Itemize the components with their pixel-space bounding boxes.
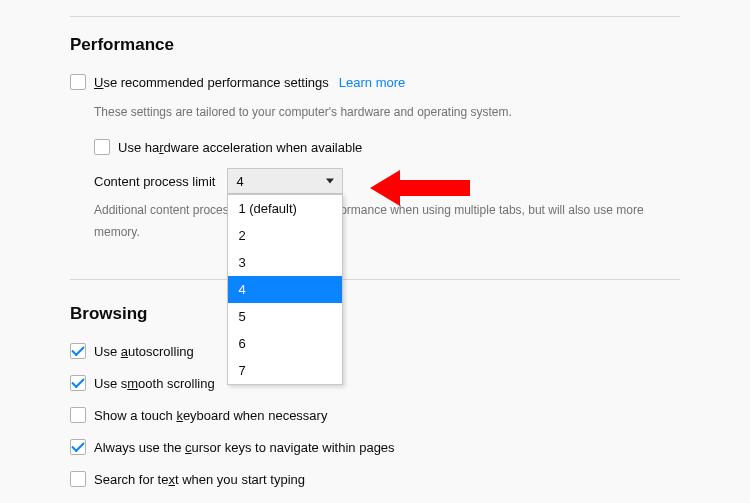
mid-divider	[70, 279, 680, 280]
red-arrow-annotation	[370, 168, 470, 208]
browsing-title: Browsing	[70, 304, 680, 324]
smooth-checkbox[interactable]	[70, 375, 86, 391]
touch-keyboard-row[interactable]: Show a touch keyboard when necessary	[70, 404, 680, 426]
caret-down-icon	[326, 179, 334, 184]
performance-title: Performance	[70, 35, 680, 55]
cursor-keys-checkbox[interactable]	[70, 439, 86, 455]
hw-accel-checkbox[interactable]	[94, 139, 110, 155]
content-process-label: Content process limit	[94, 174, 215, 189]
cursor-keys-label: Always use the cursor keys to navigate w…	[94, 440, 395, 455]
recommended-checkbox[interactable]	[70, 74, 86, 90]
dropdown-option[interactable]: 7	[228, 357, 342, 384]
smooth-row[interactable]: Use smooth scrolling	[70, 372, 680, 394]
dropdown-option[interactable]: 2	[228, 222, 342, 249]
dropdown-option[interactable]: 6	[228, 330, 342, 357]
autoscroll-label: Use autoscrolling	[94, 344, 194, 359]
touch-keyboard-checkbox[interactable]	[70, 407, 86, 423]
autoscroll-row[interactable]: Use autoscrolling	[70, 340, 680, 362]
hw-accel-row[interactable]: Use hardware acceleration when available	[94, 136, 680, 158]
content-process-dropdown[interactable]: 1 (default)234567	[227, 194, 343, 385]
search-text-checkbox[interactable]	[70, 471, 86, 487]
search-text-label: Search for text when you start typing	[94, 472, 305, 487]
autoscroll-checkbox[interactable]	[70, 343, 86, 359]
touch-keyboard-label: Show a touch keyboard when necessary	[94, 408, 327, 423]
recommended-settings-row[interactable]: Use recommended performance settings Lea…	[70, 71, 680, 93]
dropdown-option[interactable]: 5	[228, 303, 342, 330]
svg-marker-0	[370, 170, 470, 206]
smooth-label: Use smooth scrolling	[94, 376, 215, 391]
learn-more-link[interactable]: Learn more	[339, 75, 405, 90]
cursor-keys-row[interactable]: Always use the cursor keys to navigate w…	[70, 436, 680, 458]
content-process-select[interactable]: 4	[227, 168, 343, 194]
content-process-value: 4	[236, 174, 243, 189]
performance-hint: These settings are tailored to your comp…	[94, 103, 680, 122]
hw-accel-label: Use hardware acceleration when available	[118, 140, 362, 155]
dropdown-option[interactable]: 1 (default)	[228, 195, 342, 222]
top-divider	[70, 16, 680, 17]
recommended-label: Use recommended performance settings	[94, 75, 329, 90]
dropdown-option[interactable]: 4	[228, 276, 342, 303]
search-text-row[interactable]: Search for text when you start typing	[70, 468, 680, 490]
dropdown-option[interactable]: 3	[228, 249, 342, 276]
